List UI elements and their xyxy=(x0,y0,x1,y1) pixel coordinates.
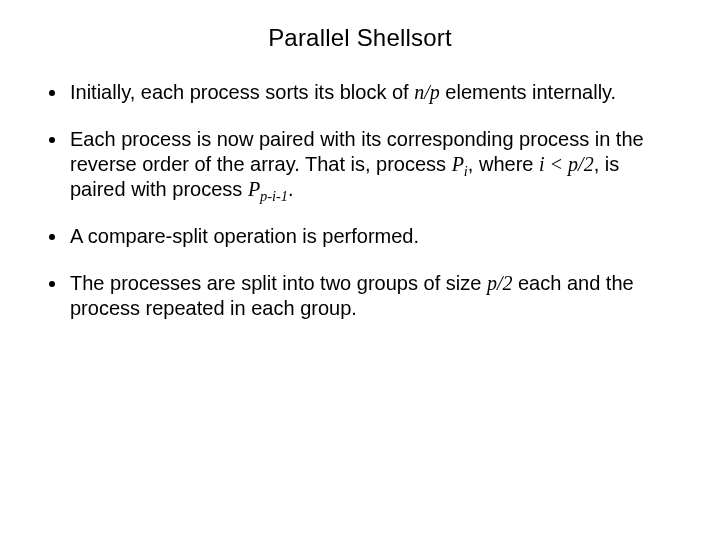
bullet-item: Each process is now paired with its corr… xyxy=(68,127,662,202)
text-run: elements internally. xyxy=(440,81,616,103)
text-run: . xyxy=(288,178,294,200)
bullet-item: A compare-split operation is performed. xyxy=(68,224,662,249)
text-run: Initially, each process sorts its block … xyxy=(70,81,414,103)
text-run: The processes are split into two groups … xyxy=(70,272,487,294)
math-inline: P xyxy=(452,153,464,175)
math-inline: P xyxy=(248,178,260,200)
text-run: , where xyxy=(468,153,539,175)
math-subscript: p-i-1 xyxy=(260,188,288,204)
bullet-list: Initially, each process sorts its block … xyxy=(40,80,680,321)
math-inline: n/p xyxy=(414,81,440,103)
bullet-item: Initially, each process sorts its block … xyxy=(68,80,662,105)
text-run: A compare-split operation is performed. xyxy=(70,225,419,247)
math-inline: i < p/2 xyxy=(539,153,594,175)
math-inline: p/2 xyxy=(487,272,513,294)
slide: Parallel Shellsort Initially, each proce… xyxy=(0,0,720,540)
bullet-item: The processes are split into two groups … xyxy=(68,271,662,321)
slide-title: Parallel Shellsort xyxy=(40,24,680,52)
